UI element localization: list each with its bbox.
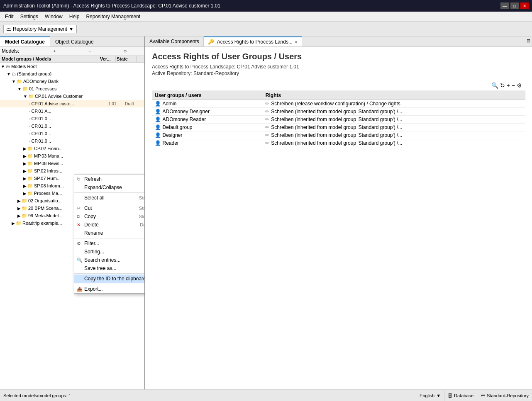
folder-icon: 🗁 — [6, 64, 10, 69]
tree-item-cp01-a[interactable]: ▪ CP.01 A... — [0, 107, 144, 115]
tree-item-models-root[interactable]: ▼ 🗁 Models Root — [0, 63, 144, 70]
menu-settings[interactable]: Settings — [17, 13, 41, 20]
tree-item-cp01-d[interactable]: ▪ CP.01.0... — [0, 130, 144, 137]
cm-select-all-shortcut: Strg+A — [139, 195, 144, 200]
cm-delete[interactable]: ✕ Delete Delete — [74, 221, 144, 229]
folder-icon: 📁 — [22, 198, 27, 204]
maximize-button[interactable]: □ — [510, 2, 519, 9]
expand-icon: ▼ — [17, 87, 22, 91]
table-row[interactable]: 👤Designer ✏Schreiben (inherited from mod… — [152, 131, 525, 139]
tree-item-cp02[interactable]: ▶ 📁 CP.02 Finan... — [0, 145, 144, 152]
refresh-model-button[interactable]: ⟳ — [107, 48, 143, 54]
menu-edit[interactable]: Edit — [2, 13, 17, 20]
status-language[interactable]: English ▼ — [416, 390, 444, 401]
menu-help[interactable]: Help — [66, 13, 83, 20]
minimize-button[interactable]: — — [500, 2, 509, 9]
tab-model-catalogue[interactable]: Model Catalogue — [0, 36, 50, 46]
toolbar: 🗃 Repository Management ▼ — [0, 22, 532, 36]
models-label: Models: — [2, 48, 37, 54]
tab-object-catalogue[interactable]: Object Catalogue — [50, 36, 99, 46]
content-subtitle: Access Rights to Process Landscape: CP.0… — [152, 64, 525, 70]
cm-filter[interactable]: ⚙ Filter... — [74, 239, 144, 248]
refresh-icon: ↻ — [77, 177, 81, 182]
remove-model-button[interactable]: − — [72, 48, 107, 54]
cm-search-entries[interactable]: 🔍 Search entries... F3 — [74, 256, 144, 264]
expand-icon: ▶ — [23, 176, 27, 181]
expand-icon: ▶ — [23, 161, 27, 166]
tree-item-standard-group[interactable]: ▼ 🗁 (Standard group) — [0, 70, 144, 78]
tree-item-cp01-e[interactable]: ▪ CP.01.0... — [0, 137, 144, 145]
expand-icon: ▶ — [23, 154, 27, 158]
rights-cell: ✏Schreiben (release workflow configurati… — [263, 100, 525, 108]
tree-item-cp01-model-selected[interactable]: ▪ CP.01 Advise custo... 1.01 Draft — [0, 100, 144, 107]
tree-item-mp03[interactable]: ▶ 📁 MP.03 Mana... — [0, 152, 144, 160]
tree-label: CP.01 Advise custo... — [32, 101, 107, 106]
cm-cut[interactable]: ✂ Cut Strg+X — [74, 204, 144, 212]
rights-cell: ✏Schreiben (inherited from model group '… — [263, 116, 525, 124]
cm-refresh[interactable]: ↻ Refresh F5 — [74, 175, 144, 183]
tree-item-01-processes[interactable]: ▼ 📁 01 Processes — [0, 85, 144, 92]
menu-repository-management[interactable]: Repository Management — [83, 13, 144, 20]
menu-bar: Edit Settings Window Help Repository Man… — [0, 12, 532, 22]
tree-item-adomoney-bank[interactable]: ▼ 📁 ADOmoney Bank — [0, 78, 144, 85]
cm-refresh-label: Refresh — [84, 176, 102, 182]
toolbar-settings-icon[interactable]: ⚙ — [517, 82, 522, 89]
cm-sorting[interactable]: Sorting... — [74, 248, 144, 256]
close-button[interactable]: ✕ — [520, 2, 529, 9]
cm-copy[interactable]: ⧉ Copy Strg+C — [74, 212, 144, 221]
table-row[interactable]: 👤Default group ✏Schreiben (inherited fro… — [152, 124, 525, 131]
expand-icon: ▼ — [23, 94, 27, 99]
title-bar-controls: — □ ✕ — [500, 2, 529, 9]
toolbar-repo-selector[interactable]: 🗃 Repository Management ▼ — [3, 25, 77, 33]
user-cell: 👤Reader — [152, 139, 263, 147]
status-repository: 🗃 Standard-Repository — [477, 390, 532, 401]
right-toolbar: 🔍 ↻ + − ⚙ — [152, 80, 525, 91]
toolbar-search-icon[interactable]: 🔍 — [491, 82, 498, 89]
toolbar-add-icon[interactable]: + — [507, 82, 510, 89]
tree-item-cp01-c[interactable]: ▪ CP.01.0... — [0, 122, 144, 130]
expand-icon: ▶ — [17, 199, 21, 203]
cm-rename[interactable]: Rename F2 — [74, 229, 144, 237]
expand-icon: ▼ — [12, 79, 16, 84]
cm-select-all[interactable]: Select all Strg+A — [74, 194, 144, 202]
cm-export[interactable]: 📤 Export... — [74, 285, 144, 293]
model-icon: ▪ — [29, 131, 31, 136]
table-row[interactable]: 👤ADOmoney Designer ✏Schreiben (inherited… — [152, 108, 525, 116]
tree-item-cp01-advise-customer[interactable]: ▼ 📁 CP.01 Advise Customer — [0, 92, 144, 100]
tree-header: Model groups / Models Ver... State — [0, 56, 144, 63]
menu-window[interactable]: Window — [41, 13, 66, 20]
tree-item-cp01-b[interactable]: ▪ CP.01.0... — [0, 115, 144, 122]
repo-label: Standard-Repository — [487, 393, 529, 398]
search-icon: 🔍 — [77, 258, 83, 263]
tab-access-rights-label: Access Rights to Process Lands... — [217, 39, 293, 45]
cm-copy-id[interactable]: Copy the ID to the clipboard — [74, 275, 144, 283]
tab-close-button[interactable]: ✕ — [294, 40, 298, 44]
cm-cut-label: Cut — [84, 205, 92, 211]
tab-available-components[interactable]: Available Components — [145, 36, 204, 46]
table-row[interactable]: 👤Admin ✏Schreiben (release workflow conf… — [152, 100, 525, 108]
status-bar: Selected models/model groups: 1 English … — [0, 389, 532, 401]
user-cell: 👤Default group — [152, 124, 263, 131]
toolbar-remove-icon[interactable]: − — [512, 82, 515, 89]
rights-cell: ✏Schreiben (inherited from model group '… — [263, 139, 525, 147]
add-model-button[interactable]: + — [37, 48, 72, 54]
expand-icon: ▼ — [1, 64, 5, 69]
table-row[interactable]: 👤ADOmoney Reader ✏Schreiben (inherited f… — [152, 116, 525, 124]
filter-icon: ⚙ — [77, 241, 81, 246]
cm-save-tree[interactable]: Save tree as... — [74, 264, 144, 272]
left-panel: Model Catalogue Object Catalogue Models:… — [0, 36, 145, 389]
cm-expand-collapse-label: Expand/Collapse — [84, 185, 122, 190]
tree-item-sp02[interactable]: ▶ 📁 SP.02 Infras... — [0, 167, 144, 175]
toolbar-repo-label: Repository Management — [13, 26, 67, 32]
toolbar-refresh-icon[interactable]: ↻ — [500, 82, 505, 89]
tree-label: CP.02 Finan... — [34, 146, 144, 151]
tree-label: SP.02 Infras... — [34, 168, 144, 173]
tab-access-rights[interactable]: 🔑 Access Rights to Process Lands... ✕ — [204, 36, 302, 46]
cm-expand-collapse[interactable]: Expand/Collapse ▶ — [74, 183, 144, 192]
cm-separator-2 — [74, 203, 144, 203]
rights-icon: ✏ — [265, 132, 269, 138]
panel-maximize-button[interactable]: ⊡ — [525, 36, 532, 46]
table-row[interactable]: 👤Reader ✏Schreiben (inherited from model… — [152, 139, 525, 147]
tree-item-mp08[interactable]: ▶ 📁 MP.08 Revis... — [0, 160, 144, 167]
folder-icon: 📁 — [27, 176, 33, 181]
